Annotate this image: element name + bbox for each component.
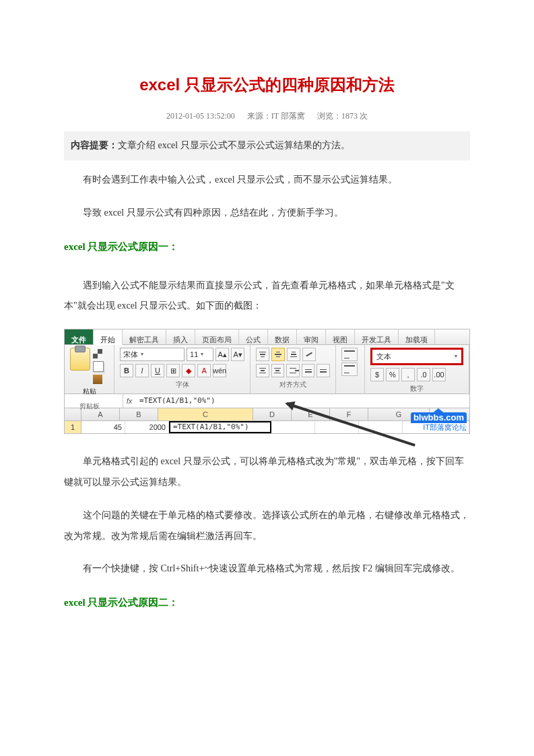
orientation-icon[interactable]	[302, 348, 316, 361]
column-headers: A B C D E F G	[65, 408, 469, 421]
align-center-icon[interactable]	[271, 364, 285, 377]
tab-file[interactable]: 文件	[65, 329, 94, 344]
lead-paragraph: 导致 excel 只显示公式有四种原因，总结在此，方便新手学习。	[64, 203, 470, 224]
section-1-p4: 有一个快捷键，按 Ctrl+Shift+~快速设置单元格格式为常规，然后按 F2…	[64, 559, 470, 579]
align-right-icon[interactable]	[286, 364, 300, 377]
indent-decrease-icon[interactable]	[302, 364, 315, 377]
align-left-icon[interactable]	[256, 364, 269, 377]
paste-button[interactable]	[70, 348, 90, 371]
group-alignment: 对齐方式	[251, 345, 336, 393]
phonetic-button[interactable]: wén	[213, 364, 226, 377]
group-label-alignment: 对齐方式	[256, 377, 330, 392]
row-header-1[interactable]: 1	[65, 421, 81, 433]
copy-icon[interactable]	[93, 361, 104, 372]
section-1-p2: 单元格格式引起的 excel 只显示公式，可以将单元格格式改为"常规"，双击单元…	[64, 451, 470, 493]
meta-source: IT 部落窝	[271, 111, 305, 121]
summary-text: 文章介绍 excel 只显示公式不显示公式运算结果的方法。	[118, 140, 350, 150]
ribbon: 粘贴 剪贴板 宋体▾ 11▾ A▴ A▾ B I U ⊞ ◆ A wén	[65, 345, 469, 394]
watermark-logo: blwbbs.com	[411, 412, 467, 423]
meta-views: 1873 次	[341, 111, 368, 121]
tab-data[interactable]: 数据	[268, 329, 297, 344]
group-wrap	[336, 345, 365, 393]
tab-view[interactable]: 视图	[326, 329, 355, 344]
section-1-p3: 这个问题的关键在于单元格的格式要修改。选择该公式所在的单元格，右键修改单元格格式…	[64, 505, 470, 547]
decrease-decimal-icon[interactable]: .00	[432, 368, 446, 381]
formula-bar: fx =TEXT(A1/B1,"0%")	[65, 394, 469, 408]
col-D[interactable]: D	[253, 408, 292, 420]
section-1-heading: excel 只显示公式原因一：	[64, 236, 470, 258]
italic-button[interactable]: I	[135, 364, 149, 377]
group-number: 文本▾ $ % , .0 .00 数字	[365, 345, 469, 393]
increase-font-icon[interactable]: A▴	[215, 348, 229, 361]
decrease-font-icon[interactable]: A▾	[231, 348, 244, 361]
meta-source-label: 来源：	[247, 111, 271, 121]
col-B[interactable]: B	[120, 408, 158, 420]
group-label-clipboard: 剪贴板	[70, 399, 108, 414]
summary-label: 内容提要：	[71, 140, 118, 150]
tab-review[interactable]: 审阅	[297, 329, 326, 344]
row-1: 1 45 2000 =TEXT(A1/B1,"0%")	[65, 421, 469, 433]
meta-views-label: 浏览：	[317, 111, 341, 121]
cell-A1[interactable]: 45	[81, 421, 125, 433]
cut-icon[interactable]	[93, 349, 102, 358]
format-painter-icon[interactable]	[93, 375, 102, 384]
group-clipboard: 粘贴 剪贴板	[65, 345, 114, 393]
underline-button[interactable]: U	[151, 364, 164, 377]
tab-formula[interactable]: 公式	[239, 329, 268, 344]
bold-button[interactable]: B	[120, 364, 133, 377]
paste-label: 粘贴	[70, 384, 108, 399]
tab-dev[interactable]: 开发工具	[355, 329, 399, 344]
align-bottom-icon[interactable]	[287, 348, 300, 361]
watermark: blwbbs.com IT部落窝论坛	[411, 408, 467, 432]
font-name-dropdown[interactable]: 宋体▾	[120, 348, 185, 361]
intro-paragraph: 有时会遇到工作表中输入公式，excel 只显示公式，而不显示公式运算结果。	[64, 170, 470, 191]
group-font: 宋体▾ 11▾ A▴ A▾ B I U ⊞ ◆ A wén 字体	[114, 345, 251, 393]
tab-addin[interactable]: 加载项	[399, 329, 435, 344]
align-top-icon[interactable]	[256, 348, 269, 361]
align-middle-icon[interactable]	[271, 348, 285, 361]
tab-layout[interactable]: 页面布局	[195, 329, 239, 344]
group-label-font: 字体	[120, 377, 244, 392]
fx-icon[interactable]: fx	[123, 393, 135, 409]
tab-home[interactable]: 开始	[94, 329, 123, 345]
cell-D1[interactable]	[271, 421, 315, 433]
merge-center-icon[interactable]	[341, 363, 358, 376]
meta-datetime: 2012-01-05 13:52:00	[166, 111, 235, 121]
border-button[interactable]: ⊞	[166, 364, 180, 377]
section-1-p1: 遇到输入公式不能显示结果而直接显示公式，首先查看单元格格式，如果单元格格式是"文…	[64, 276, 470, 317]
watermark-text: IT部落窝论坛	[423, 423, 467, 431]
currency-icon[interactable]: $	[370, 368, 384, 381]
percent-icon[interactable]: %	[386, 368, 399, 381]
document-page: excel 只显示公式的四种原因和方法 2012-01-05 13:52:00 …	[0, 0, 534, 756]
wrap-text-icon[interactable]	[341, 348, 358, 361]
increase-decimal-icon[interactable]: .0	[417, 368, 430, 381]
number-format-dropdown[interactable]: 文本▾	[370, 348, 463, 365]
tab-insert[interactable]: 插入	[166, 329, 195, 344]
comma-icon[interactable]: ,	[401, 368, 415, 381]
tab-secure[interactable]: 解密工具	[123, 329, 166, 344]
cell-B1[interactable]: 2000	[125, 421, 169, 433]
font-size-dropdown[interactable]: 11▾	[187, 348, 213, 361]
summary-box: 内容提要：文章介绍 excel 只显示公式不显示公式运算结果的方法。	[64, 131, 470, 160]
cell-C1[interactable]: =TEXT(A1/B1,"0%")	[169, 421, 271, 433]
page-title: excel 只显示公式的四种原因和方法	[64, 67, 470, 103]
group-label-number: 数字	[370, 381, 463, 396]
excel-screenshot: 文件 开始 解密工具 插入 页面布局 公式 数据 审阅 视图 开发工具 加载项	[64, 329, 470, 434]
ribbon-tabs: 文件 开始 解密工具 插入 页面布局 公式 数据 审阅 视图 开发工具 加载项	[65, 329, 469, 345]
font-color-button[interactable]: A	[197, 364, 211, 377]
indent-increase-icon[interactable]	[316, 364, 330, 377]
fill-color-button[interactable]: ◆	[182, 364, 195, 377]
article-meta: 2012-01-05 13:52:00 来源：IT 部落窝 浏览：1873 次	[64, 107, 470, 125]
section-2-heading: excel 只显示公式原因二：	[64, 592, 470, 614]
col-C[interactable]: C	[158, 408, 253, 420]
